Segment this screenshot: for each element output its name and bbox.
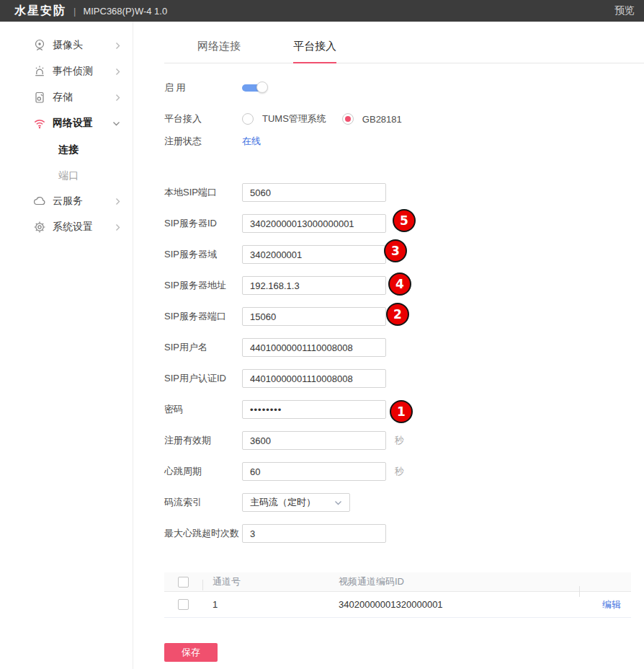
chevron-right-icon — [115, 42, 120, 50]
form-row-sip-server-address: SIP服务器地址 4 — [164, 276, 568, 295]
sip-server-port-input[interactable] — [242, 307, 386, 326]
chevron-down-icon — [334, 500, 342, 505]
storage-icon — [32, 90, 47, 105]
sip-auth-id-input[interactable] — [242, 369, 386, 388]
header-channel: 通道号 — [202, 575, 337, 588]
chevron-right-icon — [115, 223, 120, 231]
form-row-register-expiry: 注册有效期 秒 — [164, 431, 568, 450]
sidebar-item-label: 云服务 — [53, 195, 115, 208]
annotation-badge-2: 2 — [386, 303, 409, 326]
chevron-right-icon — [115, 198, 120, 205]
row-checkbox-cell — [164, 599, 202, 610]
sidebar-item-label: 系统设置 — [53, 221, 115, 234]
toggle-knob — [256, 81, 268, 93]
status-label: 注册状态 — [164, 135, 242, 148]
chevron-right-icon — [115, 68, 120, 76]
chevron-right-icon — [115, 94, 120, 102]
field-label: 密码 — [164, 403, 242, 416]
preview-link[interactable]: 预览 — [614, 4, 635, 17]
field-label: SIP用户名 — [164, 341, 242, 354]
annotation-badge-5: 5 — [393, 209, 416, 232]
form-row-max-heartbeat-timeout: 最大心跳超时次数 — [164, 524, 568, 543]
register-expiry-input[interactable] — [242, 431, 386, 450]
camera-icon — [32, 38, 47, 53]
sidebar-subitem-connection[interactable]: 连接 — [0, 136, 133, 162]
field-label: SIP用户认证ID — [164, 372, 242, 385]
table-row: 1 34020000001320000001 编辑 — [164, 592, 631, 618]
cloud-icon — [32, 194, 47, 208]
platform-access-form: 启 用 平台接入 TUMS管理系统 GB28181 — [164, 63, 644, 543]
field-label: SIP服务器地址 — [164, 279, 242, 292]
brand-logo: 水星安防 — [14, 4, 66, 19]
selected-option-label: 主码流（定时） — [250, 496, 316, 509]
cell-channel: 1 — [202, 599, 337, 610]
max-heartbeat-timeout-input[interactable] — [242, 524, 386, 543]
status-online-link[interactable]: 在线 — [242, 135, 261, 148]
field-label: 码流索引 — [164, 496, 242, 509]
header-video-channel-id: 视频通道编码ID — [337, 575, 579, 588]
sip-username-input[interactable] — [242, 338, 386, 357]
sip-server-address-input[interactable] — [242, 276, 386, 295]
sidebar-item-label: 存储 — [53, 91, 115, 104]
annotation-badge-3: 3 — [384, 239, 407, 262]
unit-seconds-label: 秒 — [395, 434, 404, 447]
form-row-sip-server-id: SIP服务器ID 5 — [164, 214, 568, 233]
field-label: SIP服务器ID — [164, 217, 242, 230]
form-row-enable: 启 用 — [164, 79, 568, 97]
chevron-down-icon — [112, 121, 120, 126]
annotation-badge-1: 1 — [390, 400, 413, 423]
brand-separator: | — [73, 6, 76, 17]
radio-option-tums[interactable]: TUMS管理系统 — [242, 112, 326, 125]
save-button[interactable]: 保存 — [164, 643, 218, 662]
brand-wrap: 水星安防 | MIPC368(P)W-4 1.0 — [14, 4, 167, 19]
sidebar-item-cloud-service[interactable]: 云服务 — [0, 188, 133, 214]
radio-option-gb28181[interactable]: GB28181 — [342, 113, 402, 125]
tab-platform-access[interactable]: 平台接入 — [293, 40, 336, 63]
field-label: 本地SIP端口 — [164, 186, 242, 199]
sidebar-item-event-detection[interactable]: 事件侦测 — [0, 58, 133, 84]
password-input[interactable] — [242, 400, 386, 419]
sidebar-item-storage[interactable]: 存储 — [0, 84, 133, 110]
form-row-status: 注册状态 在线 — [164, 132, 568, 151]
radio-icon-checked[interactable] — [342, 113, 354, 125]
field-label: SIP服务器域 — [164, 248, 242, 261]
local-sip-port-input[interactable] — [242, 183, 386, 202]
annotation-badge-4: 4 — [388, 273, 411, 296]
sidebar-item-label: 摄像头 — [53, 39, 115, 52]
form-row-platform: 平台接入 TUMS管理系统 GB28181 — [164, 110, 568, 128]
radio-icon-unchecked[interactable] — [242, 113, 254, 125]
platform-label: 平台接入 — [164, 112, 242, 125]
form-row-sip-username: SIP用户名 — [164, 338, 568, 357]
sidebar-subitem-port[interactable]: 端口 — [0, 162, 133, 188]
sidebar-item-system-settings[interactable]: 系统设置 — [0, 214, 133, 240]
enable-toggle[interactable] — [242, 81, 269, 94]
edit-link[interactable]: 编辑 — [602, 599, 621, 610]
sip-server-id-input[interactable] — [242, 214, 386, 233]
unit-seconds-label: 秒 — [395, 465, 404, 478]
cell-video-channel-id: 34020000001320000001 — [337, 599, 579, 610]
form-row-password: 密码 1 — [164, 400, 568, 419]
select-all-checkbox[interactable] — [178, 577, 189, 588]
content-panel: 网络连接 平台接入 启 用 平台接入 TUMS管理系统 — [133, 22, 644, 669]
tab-network-connection[interactable]: 网络连接 — [197, 40, 241, 63]
row-checkbox[interactable] — [178, 599, 189, 610]
device-model: MIPC368(P)W-4 1.0 — [83, 6, 167, 17]
header-checkbox-cell — [164, 577, 202, 588]
sidebar-item-network-settings[interactable]: 网络设置 — [0, 110, 133, 136]
form-row-heartbeat-interval: 心跳周期 秒 — [164, 462, 568, 481]
field-label: 最大心跳超时次数 — [164, 527, 242, 540]
form-row-sip-domain: SIP服务器域 3 — [164, 245, 568, 264]
form-row-sip-auth-id: SIP用户认证ID — [164, 369, 568, 388]
sip-domain-input[interactable] — [242, 245, 386, 264]
heartbeat-interval-input[interactable] — [242, 462, 386, 481]
stream-index-select[interactable]: 主码流（定时） — [242, 493, 350, 512]
form-row-local-sip-port: 本地SIP端口 — [164, 183, 568, 202]
field-label: 注册有效期 — [164, 434, 242, 447]
wifi-icon — [32, 116, 47, 130]
table-header-row: 通道号 视频通道编码ID — [164, 572, 631, 592]
gear-icon — [32, 220, 47, 234]
sidebar-item-camera[interactable]: 摄像头 — [0, 32, 133, 58]
radio-label: TUMS管理系统 — [262, 112, 326, 125]
form-row-sip-server-port: SIP服务器端口 2 — [164, 307, 568, 326]
channel-table: 通道号 视频通道编码ID 1 34020000001320000001 编辑 — [164, 572, 631, 618]
